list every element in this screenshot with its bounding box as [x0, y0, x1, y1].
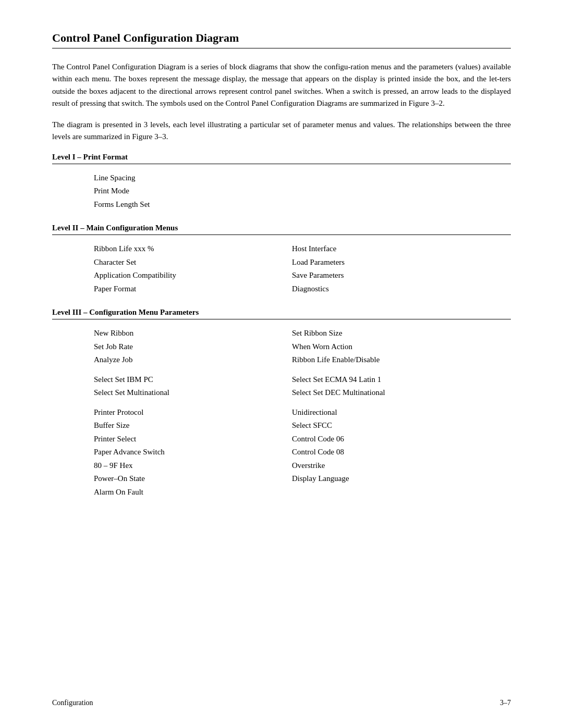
list-item: Application Compatibility [94, 269, 282, 282]
footer-right: 3–7 [500, 699, 511, 707]
list-item: Set Ribbon Size [292, 327, 511, 340]
list-item: Line Spacing [94, 171, 511, 185]
list-item: Unidirectional [292, 406, 511, 419]
list-item: When Worn Action [292, 340, 511, 354]
level3-columns: New Ribbon Set Job Rate Analyze Job Sele… [52, 327, 511, 505]
title-rule [52, 48, 511, 48]
list-item: Select SFCC [292, 419, 511, 433]
section-level1: Level I – Print Format Line Spacing Prin… [52, 153, 511, 212]
list-item: Paper Advance Switch [94, 446, 282, 459]
list-item: Analyze Job [94, 353, 282, 367]
list-item: 80 – 9F Hex [94, 459, 282, 473]
level3-right-col: Set Ribbon Size When Worn Action Ribbon … [282, 327, 511, 505]
level3-right-group2: Select Set ECMA 94 Latin 1 Select Set DE… [292, 373, 511, 400]
page: Control Panel Configuration Diagram The … [0, 0, 563, 728]
list-item: Buffer Size [94, 419, 282, 433]
level3-left-col: New Ribbon Set Job Rate Analyze Job Sele… [52, 327, 282, 505]
intro-paragraph-2: The diagram is presented in 3 levels, ea… [52, 119, 511, 143]
list-item: Set Job Rate [94, 340, 282, 354]
level1-rule [52, 164, 511, 164]
section-level3: Level III – Configuration Menu Parameter… [52, 308, 511, 505]
level2-columns: Ribbon Life xxx % Character Set Applicat… [52, 242, 511, 295]
list-item: Load Parameters [292, 256, 511, 269]
list-item: Ribbon Life xxx % [94, 242, 282, 256]
list-item: Host Interface [292, 242, 511, 256]
list-item: Character Set [94, 256, 282, 269]
level1-items: Line Spacing Print Mode Forms Length Set [52, 171, 511, 212]
list-item: Ribbon Life Enable/Disable [292, 353, 511, 367]
list-item: Display Language [292, 472, 511, 486]
list-item: New Ribbon [94, 327, 282, 340]
level3-rule [52, 319, 511, 319]
list-item: Diagnostics [292, 282, 511, 296]
level2-right-col: Host Interface Load Parameters Save Para… [282, 242, 511, 295]
list-item: Forms Length Set [94, 198, 511, 212]
level2-rule [52, 235, 511, 235]
list-item: Select Set IBM PC [94, 373, 282, 387]
list-item: Printer Select [94, 433, 282, 446]
page-footer: Configuration 3–7 [52, 699, 511, 707]
intro-paragraph-1: The Control Panel Configuration Diagram … [52, 61, 511, 109]
level1-header: Level I – Print Format [52, 153, 511, 162]
list-item: Alarm On Fault [94, 486, 282, 499]
level3-right-group3: Unidirectional Select SFCC Control Code … [292, 406, 511, 486]
level3-left-group3: Printer Protocol Buffer Size Printer Sel… [94, 406, 282, 499]
list-item: Control Code 06 [292, 433, 511, 446]
list-item: Paper Format [94, 282, 282, 296]
list-item: Overstrike [292, 459, 511, 473]
list-item: Print Mode [94, 184, 511, 198]
list-item: Printer Protocol [94, 406, 282, 419]
level3-header: Level III – Configuration Menu Parameter… [52, 308, 511, 317]
list-item: Select Set ECMA 94 Latin 1 [292, 373, 511, 387]
list-item: Select Set DEC Multinational [292, 386, 511, 400]
list-item: Power–On State [94, 472, 282, 486]
page-title: Control Panel Configuration Diagram [52, 31, 511, 45]
list-item: Select Set Multinational [94, 386, 282, 400]
level3-left-group2: Select Set IBM PC Select Set Multination… [94, 373, 282, 400]
level2-header: Level II – Main Configuration Menus [52, 224, 511, 232]
level3-right-group1: Set Ribbon Size When Worn Action Ribbon … [292, 327, 511, 367]
level2-left-col: Ribbon Life xxx % Character Set Applicat… [52, 242, 282, 295]
list-item: Save Parameters [292, 269, 511, 282]
section-level2: Level II – Main Configuration Menus Ribb… [52, 224, 511, 295]
list-item: Control Code 08 [292, 446, 511, 459]
level3-left-group1: New Ribbon Set Job Rate Analyze Job [94, 327, 282, 367]
footer-left: Configuration [52, 699, 93, 707]
